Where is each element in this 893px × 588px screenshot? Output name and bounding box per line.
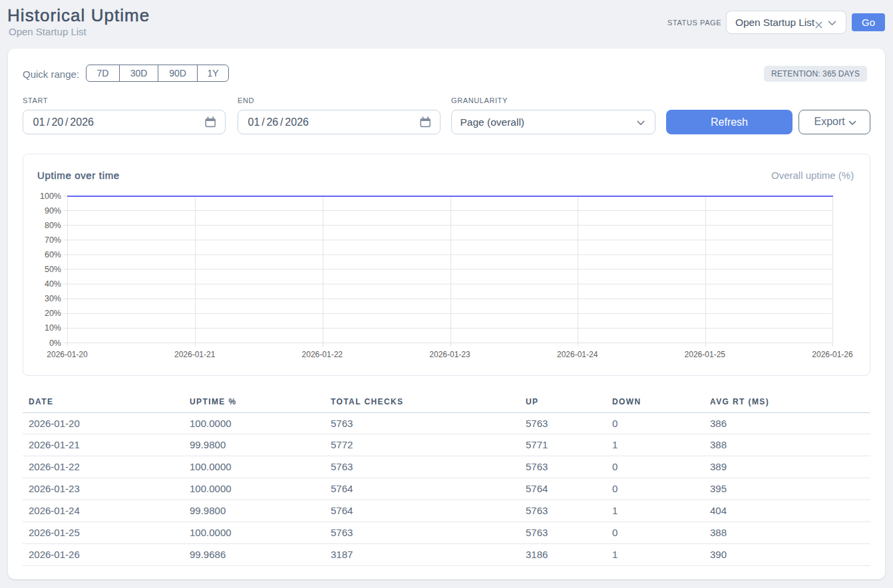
svg-text:50%: 50%	[45, 265, 61, 274]
svg-text:0%: 0%	[49, 339, 61, 348]
svg-text:60%: 60%	[45, 250, 61, 259]
svg-text:20%: 20%	[45, 309, 61, 318]
svg-text:90%: 90%	[45, 206, 61, 216]
svg-text:2026-01-23: 2026-01-23	[429, 350, 470, 359]
svg-text:30%: 30%	[45, 294, 61, 303]
svg-text:2026-01-26: 2026-01-26	[812, 350, 853, 359]
svg-text:2026-01-22: 2026-01-22	[302, 350, 343, 359]
svg-text:100%: 100%	[40, 192, 61, 201]
svg-text:40%: 40%	[45, 279, 61, 289]
svg-text:2026-01-25: 2026-01-25	[685, 350, 726, 359]
svg-text:10%: 10%	[45, 323, 61, 333]
svg-text:2026-01-20: 2026-01-20	[47, 350, 88, 359]
svg-text:70%: 70%	[45, 235, 61, 245]
svg-text:80%: 80%	[45, 221, 61, 230]
svg-text:2026-01-24: 2026-01-24	[557, 350, 598, 359]
svg-text:2026-01-21: 2026-01-21	[174, 350, 216, 359]
